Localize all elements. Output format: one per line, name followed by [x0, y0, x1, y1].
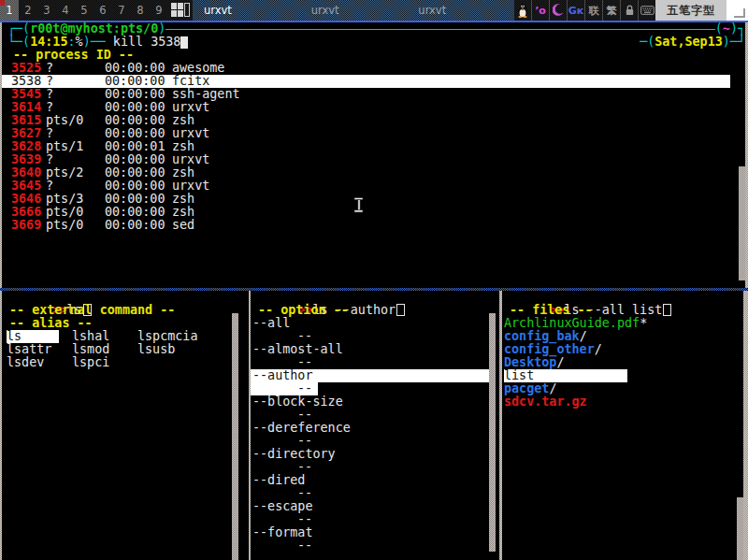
tasklist-item[interactable]: urxvt [193, 0, 300, 21]
text-cursor-hollow [663, 304, 671, 316]
terminal-middle[interactable]: >>ls --author -- option -- --all----almo… [251, 291, 499, 560]
command-completion-grid: lslshallspcmcialsattrlsmodlsusblsdevlspc… [2, 330, 249, 369]
process-tty: pts/1 [46, 140, 105, 153]
process-row: 3645?00:00:00urxvt [2, 179, 730, 193]
process-tty: ? [46, 153, 105, 166]
process-tty: pts/0 [46, 114, 105, 127]
file-item: config_other/ [502, 343, 743, 356]
workspace-label: 7 [118, 4, 124, 17]
process-pid: 3669 [11, 219, 46, 232]
process-cmd: ssh-agent [172, 88, 240, 101]
option-desc-separator: -- [251, 513, 487, 526]
sogou-input-icon[interactable]: ’o [531, 0, 549, 21]
option-desc-separator: -- [251, 330, 487, 343]
file-item: list [502, 369, 743, 382]
task-title: urxvt [204, 4, 232, 17]
process-cmd: urxvt [172, 153, 209, 166]
process-cmd: zsh [172, 140, 194, 153]
tasklist-item[interactable]: urxvt [300, 0, 408, 21]
process-pid: 3639 [11, 153, 46, 166]
file-item-selected: list [504, 369, 627, 382]
workspace-tab-2[interactable]: 2 [19, 0, 37, 21]
process-cmd: zsh [172, 166, 194, 179]
process-tty: ? [46, 75, 105, 88]
prompt-user-host: r00t@myhost:pts/0 [30, 22, 158, 36]
text-cursor-hollow [396, 304, 405, 316]
process-time: 00:00:00 [105, 206, 172, 219]
file-item: ArchlinuxGuide.pdf* [502, 317, 743, 330]
prompt-rule-line [165, 29, 714, 30]
option-item: --block-size [251, 395, 489, 409]
option-desc-separator: -- [251, 487, 487, 500]
process-cmd: zsh [172, 114, 194, 127]
scrollbar-main-terminal[interactable] [739, 166, 745, 280]
crescent-punctuation-icon[interactable] [549, 0, 567, 21]
prompt-corner: )─┘ [723, 36, 745, 49]
prompt-paren: ) [158, 22, 165, 36]
process-pid: 3545 [11, 88, 46, 101]
workspace-tab-7[interactable]: 7 [112, 0, 131, 21]
scrollbar-left-terminal[interactable] [232, 313, 238, 560]
workspace-tab-4[interactable]: 4 [56, 0, 75, 21]
process-time: 00:00:00 [105, 193, 172, 206]
option-item: --dereference [251, 422, 489, 435]
word-association-icon[interactable]: 联 [584, 0, 602, 21]
process-row: 3614?00:00:00urxvt [2, 101, 730, 114]
process-cmd: urxvt [172, 179, 209, 193]
process-row: 3640pts/200:00:00zsh [2, 166, 730, 179]
workspace-tab-3[interactable]: 3 [37, 0, 56, 21]
lock-icon[interactable] [620, 0, 638, 21]
file-completion-list: ArchlinuxGuide.pdf*config_bak/config_oth… [502, 317, 743, 409]
tile-layout-glyph [171, 3, 190, 18]
traditional-chinese-icon[interactable]: 繁 [602, 0, 620, 21]
file-name: ArchlinuxGuide.pdf [504, 316, 640, 330]
terminal-main[interactable]: ┌─(r00t@myhost:pts/0) (~)┐ └─(14:15:%)──… [2, 22, 745, 288]
workspace-tab-6[interactable]: 6 [94, 0, 112, 21]
terminal-left[interactable]: >>ls -- external command -- -- alias -- … [2, 291, 249, 560]
terminal-right[interactable]: >>ls --all list -- files -- ArchlinuxGui… [502, 291, 743, 560]
process-tty: pts/0 [46, 206, 105, 219]
tasklist-item[interactable]: urxvt [407, 0, 514, 21]
file-name: config_other [504, 342, 595, 356]
tux-penguin-icon[interactable] [514, 0, 531, 21]
process-cmd: awesome [172, 62, 224, 75]
file-item: sdcv.tar.gz [502, 395, 743, 409]
workspace-tab-5[interactable]: 5 [75, 0, 94, 21]
completion-item: lsattr [7, 343, 72, 356]
process-pid: 3627 [11, 127, 46, 140]
file-item: config_bak/ [502, 330, 743, 343]
scrollbar-middle-terminal[interactable] [489, 313, 496, 552]
workspace-label: 2 [24, 4, 31, 17]
tray-white-widget[interactable] [726, 0, 748, 21]
ime-mode-text: 五笔字型 [667, 3, 715, 19]
process-tty: ? [46, 179, 105, 193]
process-tty: ? [46, 101, 105, 114]
scrollbar-right-terminal[interactable] [737, 497, 743, 560]
process-time: 00:00:00 [105, 127, 172, 140]
tile-layout-icon[interactable] [168, 0, 193, 21]
process-pid: 3538 [11, 75, 46, 88]
process-pid: 3525 [11, 62, 46, 75]
gbk-charset-icon[interactable]: Gᴋ [567, 0, 584, 21]
process-tty: ? [46, 127, 105, 140]
prompt-paren: ( [715, 22, 723, 36]
completion-item: lspci [72, 356, 137, 369]
option-desc-separator: -- [251, 435, 487, 448]
prompt-priv: % [76, 36, 83, 49]
completion-row: lslshallspcmcia [2, 330, 249, 343]
prompt-dash: ─( [640, 36, 654, 49]
ime-mode-label[interactable]: 五笔字型 [655, 0, 726, 21]
workspace-label: 8 [137, 4, 143, 17]
sogou-input-icon-glyph: ’o [535, 6, 546, 16]
keyboard-icon[interactable] [638, 0, 655, 21]
process-time: 00:00:00 [105, 179, 172, 193]
process-tty: pts/3 [46, 193, 105, 206]
workspace-tab-8[interactable]: 8 [131, 0, 150, 21]
completion-header-external: -- external command -- [2, 304, 249, 317]
gbk-charset-icon-glyph: Gᴋ [568, 6, 583, 16]
option-item: --almost-all [251, 343, 489, 356]
workspace-tab-1[interactable]: 1 [0, 0, 19, 21]
process-time: 00:00:00 [105, 166, 172, 179]
workspace-tab-9[interactable]: 9 [150, 0, 168, 21]
option-desc-separator: -- [251, 409, 487, 422]
